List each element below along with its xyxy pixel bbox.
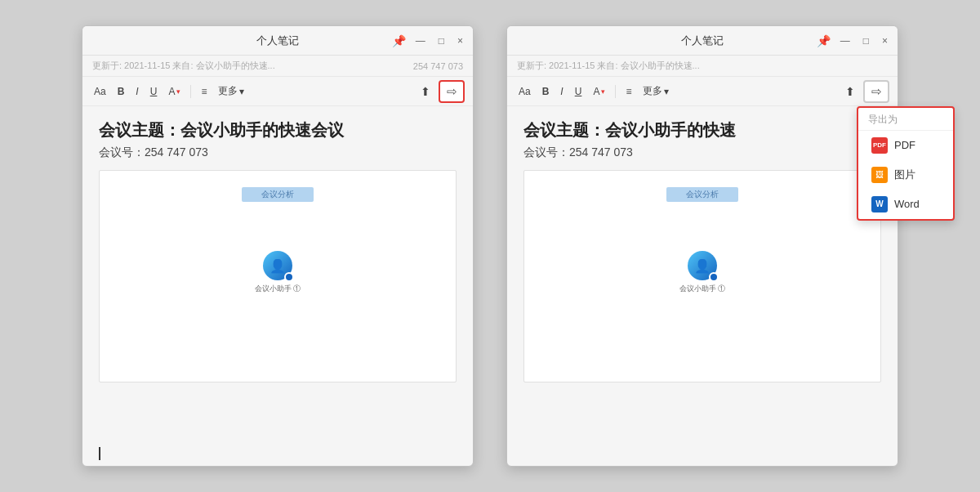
img-label: 图片 <box>894 168 915 182</box>
pdf-label: PDF <box>894 139 915 151</box>
content-left: 会议主题：会议小助手的快速会议 会议号：254 747 073 会议分析 👤 会… <box>82 106 473 441</box>
avatar-circle-right: 👤 <box>688 251 717 280</box>
export-icon-glyph-left: ⇨ <box>447 84 457 99</box>
text-cursor-left <box>99 447 100 460</box>
toolbar-sep-right <box>615 85 616 98</box>
note-title-right: 会议主题：会议小助手的快速 <box>523 119 881 141</box>
toolbar-right-right: ⬆ ⇨ 导出为 PDF PDF 🖼 图片 W Word <box>842 80 889 103</box>
note-title-left: 会议主题：会议小助手的快速会议 <box>99 119 457 141</box>
more-btn-right[interactable]: 更多 ▾ <box>639 83 672 100</box>
avatar-name-right: 会议小助手 ① <box>679 284 726 294</box>
info-bar-right-text: 254 747 073 <box>413 61 463 71</box>
canvas-label-right: 会议分析 <box>666 187 738 202</box>
upload-icon-left[interactable]: ⬆ <box>417 83 434 100</box>
info-bar-left: 更新于: 2021-11-15 来自: 会议小助手的快速... 254 747 … <box>82 56 473 77</box>
img-icon: 🖼 <box>871 167 888 183</box>
toolbar-right-left: ⬆ ⇨ <box>417 80 465 103</box>
bold-btn-left[interactable]: B <box>114 84 128 99</box>
close-btn-left[interactable]: × <box>454 34 466 48</box>
avatar-area-left: 👤 会议小助手 ① <box>255 251 301 294</box>
avatar-badge-left <box>284 272 294 282</box>
avatar-emoji-right: 👤 <box>694 258 710 274</box>
window-controls-right: 📌 — □ × <box>817 34 891 48</box>
dropdown-item-pdf[interactable]: PDF PDF <box>858 131 953 160</box>
footer-right <box>507 441 898 466</box>
underline-btn-left[interactable]: U <box>147 84 161 99</box>
avatar-badge-right <box>709 272 719 282</box>
info-bar-right-text: 更新于: 2021-11-15 来自: 会议小助手的快速... <box>517 60 700 72</box>
info-bar-left-text: 更新于: 2021-11-15 来自: 会议小助手的快速... <box>92 60 275 72</box>
dropdown-item-image[interactable]: 🖼 图片 <box>858 160 953 190</box>
word-label: Word <box>894 198 920 210</box>
maximize-btn-left[interactable]: □ <box>435 34 448 48</box>
window-title-left: 个人笔记 <box>256 34 299 48</box>
underline-btn-right[interactable]: U <box>572 84 586 99</box>
avatar-emoji-left: 👤 <box>270 258 286 274</box>
minimize-btn-right[interactable]: — <box>837 34 853 48</box>
font-color-btn-right[interactable]: A ▾ <box>590 84 608 99</box>
content-right: 会议主题：会议小助手的快速 会议号：254 747 073 会议分析 👤 会议小… <box>507 106 898 441</box>
toolbar-right: Aa B I U A ▾ ≡ 更多 ▾ ⬆ ⇨ 导出为 PDF PDF <box>507 77 898 106</box>
canvas-label-left: 会议分析 <box>242 187 314 202</box>
close-btn-right[interactable]: × <box>879 34 891 48</box>
toolbar-sep-left <box>190 85 191 98</box>
title-bar-right: 个人笔记 📌 — □ × <box>507 26 898 56</box>
list-btn-right[interactable]: ≡ <box>622 84 635 99</box>
note-subtitle-left: 会议号：254 747 073 <box>99 145 457 160</box>
note-subtitle-right: 会议号：254 747 073 <box>523 145 881 160</box>
info-bar-right: 更新于: 2021-11-15 来自: 会议小助手的快速... <box>507 56 898 77</box>
title-bar-left: 个人笔记 📌 — □ × <box>82 26 473 56</box>
inner-canvas-left: 会议分析 👤 会议小助手 ① <box>99 170 457 382</box>
pin-icon-left[interactable]: 📌 <box>392 34 406 47</box>
avatar-name-left: 会议小助手 ① <box>255 284 301 294</box>
maximize-btn-right[interactable]: □ <box>860 34 872 48</box>
inner-canvas-right: 会议分析 👤 会议小助手 ① <box>523 170 881 382</box>
word-icon: W <box>871 196 888 212</box>
window-title-right: 个人笔记 <box>681 34 724 48</box>
dropdown-item-word[interactable]: W Word <box>858 190 953 219</box>
left-window: 个人笔记 📌 — □ × 更新于: 2021-11-15 来自: 会议小助手的快… <box>82 25 474 467</box>
font-size-btn-left[interactable]: Aa <box>91 84 109 99</box>
italic-btn-right[interactable]: I <box>557 84 566 99</box>
font-size-btn-right[interactable]: Aa <box>515 84 534 99</box>
avatar-area-right: 👤 会议小助手 ① <box>679 251 726 294</box>
pdf-icon: PDF <box>871 137 888 154</box>
export-icon-btn-left[interactable]: ⇨ <box>439 80 465 103</box>
italic-btn-left[interactable]: I <box>132 84 141 99</box>
avatar-circle-left: 👤 <box>263 251 292 280</box>
export-icon-btn-right[interactable]: ⇨ <box>863 80 889 103</box>
export-dropdown: 导出为 PDF PDF 🖼 图片 W Word <box>857 106 955 221</box>
pin-icon-right[interactable]: 📌 <box>817 34 831 47</box>
footer-left <box>82 441 473 466</box>
toolbar-left: Aa B I U A ▾ ≡ 更多 ▾ ⬆ ⇨ <box>82 77 473 106</box>
upload-icon-right[interactable]: ⬆ <box>842 83 858 100</box>
list-btn-left[interactable]: ≡ <box>198 84 210 99</box>
window-controls-left: 📌 — □ × <box>392 34 466 48</box>
more-btn-left[interactable]: 更多 ▾ <box>215 83 247 100</box>
export-icon-glyph-right: ⇨ <box>871 84 882 99</box>
right-window: 个人笔记 📌 — □ × 更新于: 2021-11-15 来自: 会议小助手的快… <box>506 25 898 467</box>
bold-btn-right[interactable]: B <box>539 84 553 99</box>
minimize-btn-left[interactable]: — <box>412 34 429 48</box>
dropdown-header: 导出为 <box>858 108 953 131</box>
font-color-btn-left[interactable]: A ▾ <box>165 84 184 99</box>
